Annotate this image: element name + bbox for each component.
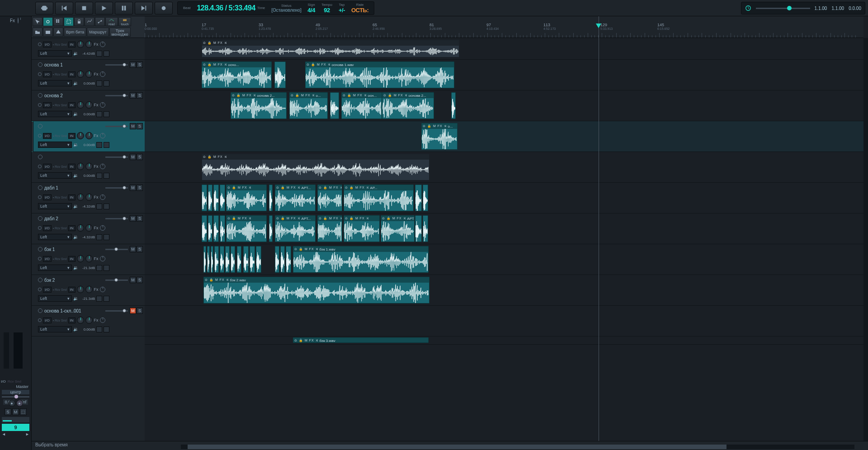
pan-knob[interactable]	[77, 286, 84, 293]
rcv-snd[interactable]: • Rcv Snd	[53, 165, 67, 168]
audio-clip[interactable]	[415, 215, 422, 242]
in-button[interactable]: IN	[68, 133, 75, 139]
io-button[interactable]: I/O	[43, 42, 52, 47]
monitor-icon[interactable]	[38, 165, 42, 168]
track-lane[interactable]: ⊙ 🔒 M FX ⤭ основа 2...⊙ 🔒 M FX ⤭ о...⊙ 🔒…	[145, 90, 863, 121]
audio-clip[interactable]: ⊙ 🔒 M FX ⤭ основа 1.wav	[305, 62, 454, 88]
width-knob[interactable]	[85, 286, 93, 293]
phase-button[interactable]	[96, 142, 102, 148]
width-knob[interactable]	[85, 255, 93, 262]
record-arm[interactable]	[38, 308, 42, 313]
track-lane[interactable]: ⊙ 🔒 M FX ⤭ ⊙ 🔒 M FX ⤭ АРТ...⊙ 🔒 M FX ⤭ ⊙…	[145, 183, 863, 213]
dot-icon-2[interactable]: ●	[16, 400, 23, 407]
phase-button[interactable]	[96, 296, 102, 302]
audio-clip[interactable]: ⊙ 🔒 M FX ⤭	[202, 154, 429, 180]
tool-env[interactable]	[85, 17, 94, 26]
pan-knob[interactable]	[77, 132, 84, 139]
vertical-scrollbar[interactable]	[863, 38, 868, 441]
audio-clip[interactable]	[269, 215, 273, 242]
tap-display[interactable]: +/-	[339, 7, 345, 14]
power-icon[interactable]	[100, 225, 105, 231]
solo-button[interactable]: S	[137, 92, 143, 99]
audio-clip[interactable]	[214, 246, 219, 273]
audio-clip[interactable]: ⊙ 🔒 M FX ⤭	[226, 215, 267, 242]
solo-button[interactable]: S	[137, 215, 143, 222]
track-header[interactable]: 9MSI/O• Rcv SndINFxLeft▾🔉0.00dB	[32, 121, 145, 152]
rcv-snd[interactable]: • Rcv Snd	[53, 73, 67, 76]
audio-clip[interactable]: ⊙ 🔒 M FX ⤭	[317, 185, 342, 211]
record-button[interactable]	[155, 2, 173, 14]
env-button[interactable]	[104, 234, 109, 240]
width-knob[interactable]	[85, 41, 93, 48]
monitor-icon[interactable]	[38, 43, 42, 46]
audio-clip[interactable]: ⊙ 🔒 M FX ⤭ бэк 1.wav	[293, 246, 429, 273]
volume-slider[interactable]	[105, 95, 128, 96]
center-label[interactable]: центр	[2, 390, 29, 394]
track-header[interactable]: 11дабл 1MSI/O• Rcv SndINFxLeft▾🔉-4.32dB	[32, 183, 145, 213]
io-button[interactable]: I/O	[43, 225, 52, 231]
io-button[interactable]: I/O	[43, 71, 52, 77]
in-button[interactable]: IN	[68, 71, 75, 77]
phase-button[interactable]	[96, 327, 102, 332]
audio-clip[interactable]	[280, 246, 285, 273]
audio-clip[interactable]	[203, 246, 206, 273]
pan-knob[interactable]	[77, 71, 84, 78]
arrange-view[interactable]: 10:00.000170:41.735331:23.478492:05.2176…	[145, 16, 863, 441]
audio-clip[interactable]: ⊙ 🔒 M FX ⤭ АРТ...	[381, 215, 415, 242]
audio-clip[interactable]: ⊙ 🔒 M FX ⤭ основа 2...	[382, 92, 434, 119]
speaker-icon[interactable]: 🔉	[73, 265, 78, 270]
pan-knob[interactable]	[77, 255, 84, 262]
audio-clip[interactable]	[423, 185, 428, 211]
track-header[interactable]: 8основа 2MSI/O• Rcv SndINFxLeft▾🔉0.00dB	[32, 90, 145, 121]
pan-knob[interactable]	[77, 163, 84, 170]
volume-slider[interactable]	[105, 156, 128, 158]
env-button[interactable]	[104, 327, 109, 332]
audio-clip[interactable]: ⊙ 🔒 M FX ⤭ бэк 2.wav	[203, 277, 429, 303]
audio-clip[interactable]: ⊙ 🔒 M FX ⤭ АР...	[344, 185, 414, 211]
track-name[interactable]: бэк 2	[44, 278, 104, 283]
phase-button[interactable]	[96, 204, 102, 209]
env-button[interactable]	[104, 51, 109, 57]
monitor-icon[interactable]	[38, 134, 42, 137]
width-knob[interactable]	[85, 71, 93, 78]
width-knob[interactable]	[85, 317, 93, 324]
rcv-snd[interactable]: • Rcv Snd	[53, 104, 67, 107]
mute-button[interactable]: M	[130, 185, 136, 191]
route-select[interactable]: Left▾	[38, 172, 72, 179]
rcv-snd[interactable]: • Rcv Snd	[53, 227, 67, 230]
io-button[interactable]: I/O	[43, 133, 52, 139]
nav-right[interactable]: ►	[25, 432, 29, 436]
dot-icon[interactable]: ●	[9, 400, 15, 407]
io-button[interactable]: I/O	[43, 317, 52, 323]
power-icon[interactable]	[100, 256, 105, 261]
audio-clip[interactable]	[220, 185, 225, 211]
audio-clip[interactable]	[269, 185, 273, 211]
extra-button[interactable]: ⬚	[20, 408, 27, 415]
loop-button[interactable]	[35, 2, 53, 14]
phase-button[interactable]	[96, 234, 102, 240]
in-button[interactable]: IN	[68, 225, 75, 231]
timeline-ruler[interactable]: 10:00.000170:41.735331:23.478492:05.2176…	[145, 16, 863, 38]
rewind-button[interactable]	[55, 2, 73, 14]
routing-button[interactable]: Маршрут	[87, 28, 108, 37]
route-select[interactable]: Left▾	[38, 234, 72, 240]
rcv-snd[interactable]: • Rcv Snd	[53, 319, 67, 322]
mute-button[interactable]: M	[130, 62, 136, 68]
fx-button[interactable]: Fx	[94, 72, 99, 76]
stop-button[interactable]	[75, 2, 93, 14]
rcv-snd[interactable]: • Rcv Snd	[53, 288, 67, 291]
fx-button[interactable]: Fx	[94, 103, 99, 107]
volume-slider[interactable]	[105, 126, 128, 127]
tempo-display[interactable]: 92	[324, 7, 330, 14]
audio-clip[interactable]	[231, 246, 235, 273]
tool-auto[interactable]	[95, 17, 105, 26]
audio-clip[interactable]: ⊙ 🔒 M FX ⤭ осн...	[341, 92, 382, 119]
volume-slider[interactable]	[105, 279, 128, 281]
monitor-icon[interactable]	[38, 257, 42, 261]
nav-left[interactable]: ◄	[2, 432, 6, 436]
audio-clip[interactable]	[250, 246, 255, 273]
audio-clip[interactable]	[202, 215, 207, 242]
tool-color[interactable]	[53, 28, 63, 37]
audio-clip[interactable]	[208, 185, 212, 211]
speaker-icon[interactable]: 🔉	[73, 51, 78, 56]
